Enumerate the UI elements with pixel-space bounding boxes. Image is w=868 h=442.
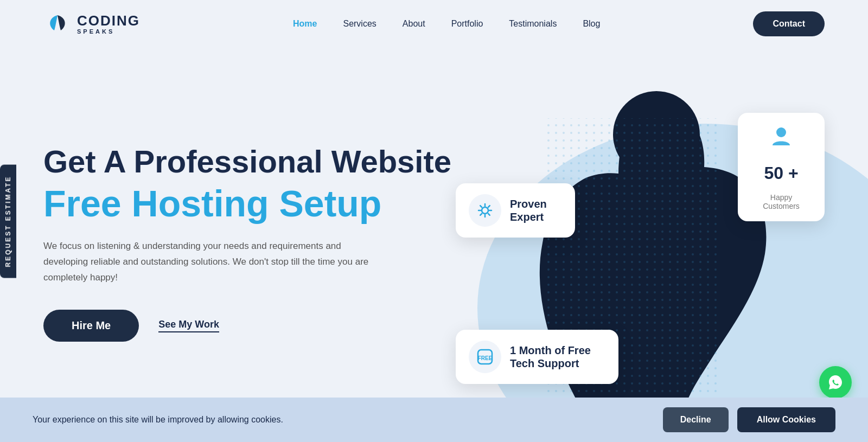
svg-point-6 bbox=[776, 127, 786, 137]
cookie-bar: Your experience on this site will be imp… bbox=[0, 398, 868, 442]
proven-icon bbox=[469, 194, 501, 227]
contact-button[interactable]: Contact bbox=[753, 11, 825, 36]
nav-services[interactable]: Services bbox=[343, 19, 376, 28]
see-my-work-link[interactable]: See My Work bbox=[158, 319, 219, 332]
tech-line2: Tech Support bbox=[510, 357, 579, 369]
person-icon bbox=[769, 124, 793, 152]
hero-heading-dark: Get A Professional Website bbox=[43, 144, 473, 179]
logo[interactable]: CODING SPEAKS bbox=[43, 10, 140, 38]
tech-support-icon: FREE bbox=[469, 341, 501, 373]
main-nav: CODING SPEAKS Home Services About Portfo… bbox=[0, 0, 868, 48]
hero-text: Get A Professional Website Free Hosting … bbox=[43, 144, 473, 342]
nav-portfolio[interactable]: Portfolio bbox=[451, 19, 483, 28]
svg-point-0 bbox=[43, 10, 72, 38]
svg-text:FREE: FREE bbox=[478, 355, 493, 361]
proven-text: Proven Expert bbox=[510, 197, 547, 223]
hero-section: Get A Professional Website Free Hosting … bbox=[0, 48, 868, 427]
request-estimate-tab[interactable]: REQUEST ESTIMATE bbox=[0, 164, 16, 278]
nav-links: Home Services About Portfolio Testimonia… bbox=[293, 19, 600, 29]
cookie-buttons: Decline Allow Cookies bbox=[663, 407, 835, 432]
tech-line1: 1 Month of Free bbox=[510, 344, 591, 356]
hire-me-button[interactable]: Hire Me bbox=[43, 310, 139, 342]
nav-home[interactable]: Home bbox=[293, 19, 317, 28]
proven-line2: Expert bbox=[510, 211, 544, 223]
svg-point-5 bbox=[482, 207, 488, 214]
happy-stat-number: 50 + bbox=[764, 163, 798, 183]
logo-name-coding: CODING bbox=[77, 14, 140, 28]
happy-customers-card: 50 + Happy Customers bbox=[738, 113, 825, 221]
happy-label-line2: Customers bbox=[763, 202, 800, 210]
hero-buttons: Hire Me See My Work bbox=[43, 310, 473, 342]
whatsapp-button[interactable] bbox=[819, 366, 852, 399]
nav-testimonials[interactable]: Testimonials bbox=[509, 19, 557, 28]
decline-button[interactable]: Decline bbox=[663, 407, 729, 432]
nav-about[interactable]: About bbox=[403, 19, 425, 28]
happy-stat-label: Happy Customers bbox=[763, 193, 800, 210]
hero-description: We focus on listening & understanding yo… bbox=[43, 239, 380, 286]
happy-label-line1: Happy bbox=[770, 193, 792, 202]
logo-name-speaks: SPEAKS bbox=[77, 29, 140, 35]
cookie-message: Your experience on this site will be imp… bbox=[33, 415, 283, 425]
proven-line1: Proven bbox=[510, 198, 547, 210]
proven-expert-card: Proven Expert bbox=[456, 183, 575, 238]
tech-support-text: 1 Month of Free Tech Support bbox=[510, 344, 591, 370]
tech-support-card: FREE 1 Month of Free Tech Support bbox=[456, 330, 618, 384]
hero-heading-blue: Free Hosting Setup bbox=[43, 183, 473, 224]
nav-blog[interactable]: Blog bbox=[583, 19, 600, 28]
allow-cookies-button[interactable]: Allow Cookies bbox=[737, 407, 835, 432]
